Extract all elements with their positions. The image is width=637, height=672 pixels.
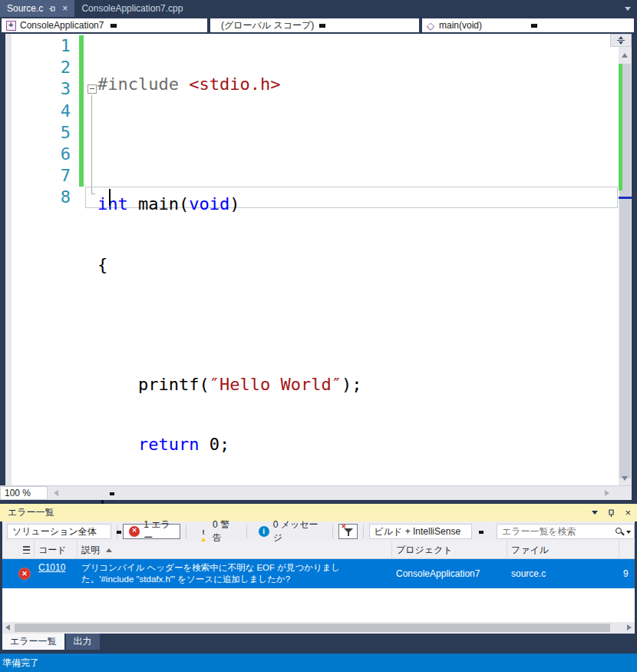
breakpoint-margin[interactable] xyxy=(5,34,12,485)
project-icon xyxy=(6,21,16,31)
scroll-down-icon[interactable] xyxy=(622,476,628,481)
errors-filter-button[interactable]: 1 エラー xyxy=(123,524,180,539)
info-icon xyxy=(259,526,269,537)
source-filter-dropdown[interactable]: ビルド + IntelliSense xyxy=(369,524,472,539)
editor-bottom-bar: 100 % xyxy=(0,485,632,500)
scroll-right-icon[interactable] xyxy=(605,490,609,496)
scrollbar-thumb[interactable] xyxy=(15,624,610,632)
messages-filter-button[interactable]: 0 メッセージ xyxy=(252,524,327,539)
error-code-link[interactable]: C1010 xyxy=(38,562,65,573)
code-line-4: { xyxy=(97,254,361,276)
line-number: 7 xyxy=(31,165,71,187)
column-code[interactable]: コード xyxy=(35,541,78,559)
editor-splitter-handle[interactable] xyxy=(610,34,632,47)
sort-ascending-icon xyxy=(106,548,112,552)
error-icon xyxy=(129,526,140,537)
source-filter-value: ビルド + IntelliSense xyxy=(375,525,461,538)
split-bar-icon xyxy=(617,40,625,41)
toolbar-separator xyxy=(363,525,364,538)
column-line[interactable] xyxy=(619,541,635,559)
tab-source-c[interactable]: Source.c × xyxy=(0,0,74,17)
project-dropdown[interactable]: ConsoleApplication7 xyxy=(2,18,207,32)
editor-vertical-scrollbar[interactable] xyxy=(619,47,632,485)
code-line-7: return 0; xyxy=(97,434,361,455)
tool-window-tab-bar: エラー一覧 出力 xyxy=(0,634,637,654)
error-list-horizontal-scrollbar[interactable] xyxy=(2,622,635,634)
column-severity[interactable] xyxy=(2,541,35,559)
tab-error-list[interactable]: エラー一覧 xyxy=(2,634,64,650)
toolbar-separator xyxy=(246,525,247,538)
warning-icon xyxy=(198,527,209,537)
clear-filters-button[interactable] xyxy=(338,524,358,539)
error-list-toolbar: ソリューション全体 1 エラー 0 警告 0 メッセージ xyxy=(2,521,635,541)
line-number: 2 xyxy=(31,57,71,78)
text-caret xyxy=(109,189,111,206)
error-list-panel: エラー一覧 × ソリューション全体 1 エラー 0 警告 xyxy=(0,504,637,634)
close-icon[interactable]: × xyxy=(62,4,68,13)
window-position-chevron-icon[interactable] xyxy=(592,511,598,515)
collapse-region-icon[interactable] xyxy=(87,84,97,94)
tab-output[interactable]: 出力 xyxy=(66,634,100,650)
column-file[interactable]: ファイル xyxy=(507,541,619,559)
line-number: 4 xyxy=(31,101,71,122)
chevron-down-icon xyxy=(110,492,114,495)
pin-icon[interactable] xyxy=(607,508,616,518)
error-table-row[interactable]: C1010 プリコンパイル ヘッダーを検索中に不明な EOF が見つかりました。… xyxy=(2,559,635,588)
line-number-gutter: 1 2 3 4 5 6 7 8 xyxy=(31,35,71,209)
member-dropdown[interactable]: ◇ main(void) xyxy=(422,18,634,32)
line-number: 1 xyxy=(31,35,71,57)
code-text[interactable]: #include <stdio.h> int main(void) { prin… xyxy=(97,35,361,554)
chevron-down-icon xyxy=(479,531,484,534)
chevron-down-icon xyxy=(319,24,325,28)
scrollbar-caret-marker xyxy=(619,197,632,199)
severity-column-icon xyxy=(23,546,30,554)
warnings-filter-button[interactable]: 0 警告 xyxy=(192,524,241,539)
scroll-left-icon[interactable] xyxy=(54,490,58,496)
scroll-right-icon[interactable] xyxy=(627,624,632,631)
method-icon: ◇ xyxy=(427,21,434,31)
code-line-1: #include <stdio.h> xyxy=(97,74,361,95)
fold-guide-line xyxy=(91,95,92,194)
chevron-down-icon[interactable] xyxy=(626,531,631,534)
tab-list-chevron-down-icon[interactable] xyxy=(625,7,631,11)
toolbar-separator xyxy=(332,525,333,538)
scope-filter-value: ソリューション全体 xyxy=(12,525,97,538)
change-tracking-bar xyxy=(79,35,84,187)
line-number: 8 xyxy=(31,187,71,208)
project-dropdown-value: ConsoleApplication7 xyxy=(20,20,104,31)
column-description[interactable]: 説明 xyxy=(78,541,392,559)
member-dropdown-value: main(void) xyxy=(439,20,482,31)
panel-title: エラー一覧 xyxy=(8,506,54,519)
error-icon xyxy=(18,568,31,580)
column-project[interactable]: プロジェクト xyxy=(392,541,507,559)
toolbar-separator xyxy=(186,525,186,538)
error-description: プリコンパイル ヘッダーを検索中に不明な EOF が見つかりました。'#incl… xyxy=(81,562,388,585)
code-line-2 xyxy=(97,134,361,155)
scrollbar-change-annotation xyxy=(619,64,622,190)
scope-dropdown[interactable]: (グローバル スコープ) xyxy=(210,18,419,32)
pin-icon[interactable] xyxy=(48,5,57,13)
filter-icon xyxy=(342,526,354,537)
search-icon[interactable] xyxy=(616,528,622,534)
error-line: 9 xyxy=(623,568,629,579)
visual-studio-window: Source.c × ConsoleApplication7.cpp Conso… xyxy=(0,0,637,672)
line-number: 5 xyxy=(31,122,71,144)
scroll-left-icon[interactable] xyxy=(5,624,10,631)
tab-consoleapplication7-cpp[interactable]: ConsoleApplication7.cpp xyxy=(74,0,190,17)
line-number: 6 xyxy=(31,144,71,165)
line-number: 3 xyxy=(31,78,71,100)
code-line-5 xyxy=(97,314,361,336)
scope-filter-dropdown[interactable]: ソリューション全体 xyxy=(7,524,111,539)
editor-right-border xyxy=(632,34,637,500)
close-icon[interactable]: × xyxy=(625,508,631,518)
navigation-bar: ConsoleApplication7 (グローバル スコープ) ◇ main(… xyxy=(0,17,637,34)
error-file: source.c xyxy=(511,568,546,579)
scope-dropdown-value: (グローバル スコープ) xyxy=(221,19,314,32)
chevron-down-icon xyxy=(111,24,117,28)
scroll-up-icon[interactable] xyxy=(622,53,628,58)
zoom-value: 100 % xyxy=(5,488,31,498)
code-editor[interactable]: 1 2 3 4 5 6 7 8 #include <stdio.h> int m… xyxy=(0,34,637,500)
search-input[interactable] xyxy=(497,525,620,538)
status-bar: 準備完了 xyxy=(0,654,637,672)
zoom-dropdown[interactable]: 100 % xyxy=(0,486,48,500)
